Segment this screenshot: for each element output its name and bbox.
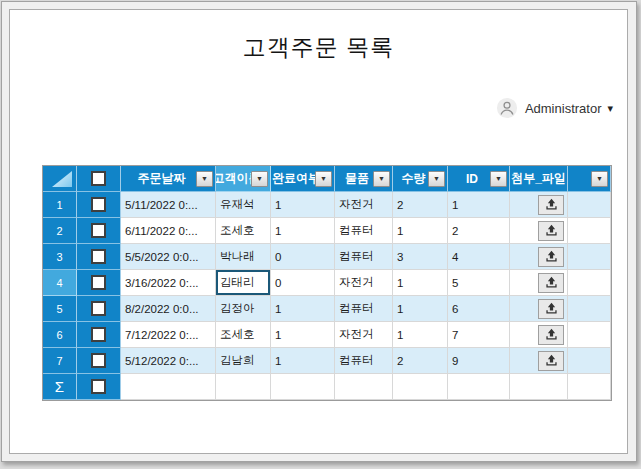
row-checkbox[interactable] <box>91 353 106 368</box>
cell-item[interactable]: 자전거 <box>335 192 393 218</box>
filter-button-extra[interactable]: ▼ <box>591 171 608 187</box>
cell-customer_name[interactable]: 박나래 <box>216 244 271 270</box>
upload-button[interactable] <box>538 325 564 345</box>
select-all-checkbox[interactable] <box>91 171 106 186</box>
cell-customer_name[interactable]: 조세호 <box>216 322 271 348</box>
cell-quantity[interactable]: 1 <box>393 322 448 348</box>
column-header-attachment[interactable]: 첨부_파일 <box>510 166 568 192</box>
cell-completed[interactable]: 0 <box>271 244 335 270</box>
upload-button[interactable] <box>538 247 564 267</box>
upload-button[interactable] <box>538 195 564 215</box>
cell-customer_name[interactable]: 조세호 <box>216 218 271 244</box>
filter-button-id[interactable]: ▼ <box>490 171 507 187</box>
summary-checkbox[interactable] <box>91 379 106 394</box>
row-header[interactable]: 3 <box>43 244 77 270</box>
row-header[interactable]: 2 <box>43 218 77 244</box>
select-all-corner[interactable] <box>43 166 77 192</box>
column-header-item[interactable]: 물품▼ <box>335 166 393 192</box>
cell-id[interactable]: 5 <box>448 270 510 296</box>
column-header-quantity[interactable]: 수량▼ <box>393 166 448 192</box>
summary-cell-item[interactable] <box>335 374 393 400</box>
summary-cell-customer_name[interactable] <box>216 374 271 400</box>
summary-row-header[interactable]: Σ <box>43 374 77 400</box>
row-header[interactable]: 4 <box>43 270 77 296</box>
summary-cell-order_date[interactable] <box>121 374 216 400</box>
cell-extra[interactable] <box>568 296 611 322</box>
cell-extra[interactable] <box>568 244 611 270</box>
cell-order_date[interactable]: 8/2/2022 0:0... <box>121 296 216 322</box>
cell-order_date[interactable]: 5/12/2022 0:... <box>121 348 216 374</box>
cell-quantity[interactable]: 1 <box>393 270 448 296</box>
upload-button[interactable] <box>538 351 564 371</box>
filter-button-quantity[interactable]: ▼ <box>428 171 445 187</box>
cell-completed[interactable]: 1 <box>271 348 335 374</box>
cell-id[interactable]: 1 <box>448 192 510 218</box>
cell-item[interactable]: 자전거 <box>335 322 393 348</box>
summary-cell-extra[interactable] <box>568 374 611 400</box>
summary-cell-id[interactable] <box>448 374 510 400</box>
row-header[interactable]: 6 <box>43 322 77 348</box>
cell-completed[interactable]: 1 <box>271 218 335 244</box>
cell-customer_name[interactable]: 유재석 <box>216 192 271 218</box>
cell-extra[interactable] <box>568 218 611 244</box>
row-header[interactable]: 5 <box>43 296 77 322</box>
cell-customer_name[interactable]: 김태리 <box>216 270 271 296</box>
cell-id[interactable]: 6 <box>448 296 510 322</box>
cell-completed[interactable]: 1 <box>271 192 335 218</box>
cell-quantity[interactable]: 2 <box>393 192 448 218</box>
cell-quantity[interactable]: 1 <box>393 218 448 244</box>
cell-order_date[interactable]: 6/11/2022 0:... <box>121 218 216 244</box>
cell-id[interactable]: 2 <box>448 218 510 244</box>
cell-completed[interactable]: 1 <box>271 296 335 322</box>
cell-item[interactable]: 컴퓨터 <box>335 348 393 374</box>
cell-id[interactable]: 4 <box>448 244 510 270</box>
cell-order_date[interactable]: 5/11/2022 0:... <box>121 192 216 218</box>
cell-quantity[interactable]: 3 <box>393 244 448 270</box>
upload-button[interactable] <box>538 221 564 241</box>
cell-id[interactable]: 9 <box>448 348 510 374</box>
row-checkbox[interactable] <box>91 301 106 316</box>
row-checkbox-cell <box>77 270 121 296</box>
cell-attachment <box>510 244 568 270</box>
row-checkbox[interactable] <box>91 249 106 264</box>
cell-id[interactable]: 7 <box>448 322 510 348</box>
column-header-completed[interactable]: 완료여부▼ <box>271 166 335 192</box>
row-checkbox[interactable] <box>91 327 106 342</box>
filter-button-completed[interactable]: ▼ <box>315 171 332 187</box>
filter-button-order_date[interactable]: ▼ <box>196 171 213 187</box>
cell-customer_name[interactable]: 김정아 <box>216 296 271 322</box>
cell-quantity[interactable]: 1 <box>393 296 448 322</box>
row-checkbox[interactable] <box>91 197 106 212</box>
summary-cell-quantity[interactable] <box>393 374 448 400</box>
cell-item[interactable]: 자전거 <box>335 270 393 296</box>
user-menu[interactable]: Administrator ▾ <box>496 96 613 120</box>
filter-button-customer_name[interactable]: ▼ <box>251 171 268 187</box>
cell-extra[interactable] <box>568 322 611 348</box>
column-header-customer_name[interactable]: 고객이름▼ <box>216 166 271 192</box>
cell-completed[interactable]: 0 <box>271 270 335 296</box>
summary-cell-completed[interactable] <box>271 374 335 400</box>
cell-completed[interactable]: 1 <box>271 322 335 348</box>
filter-button-item[interactable]: ▼ <box>373 171 390 187</box>
cell-order_date[interactable]: 7/12/2022 0:... <box>121 322 216 348</box>
cell-extra[interactable] <box>568 348 611 374</box>
cell-item[interactable]: 컴퓨터 <box>335 244 393 270</box>
cell-item[interactable]: 컴퓨터 <box>335 296 393 322</box>
cell-item[interactable]: 컴퓨터 <box>335 218 393 244</box>
upload-button[interactable] <box>538 299 564 319</box>
cell-quantity[interactable]: 2 <box>393 348 448 374</box>
column-header-extra[interactable]: ▼ <box>568 166 611 192</box>
cell-extra[interactable] <box>568 270 611 296</box>
upload-button[interactable] <box>538 273 564 293</box>
row-checkbox[interactable] <box>91 275 106 290</box>
column-header-id[interactable]: ID▼ <box>448 166 510 192</box>
cell-order_date[interactable]: 5/5/2022 0:0... <box>121 244 216 270</box>
summary-cell-attachment[interactable] <box>510 374 568 400</box>
cell-order_date[interactable]: 3/16/2022 0:... <box>121 270 216 296</box>
row-checkbox[interactable] <box>91 223 106 238</box>
cell-extra[interactable] <box>568 192 611 218</box>
cell-customer_name[interactable]: 김남희 <box>216 348 271 374</box>
column-header-order_date[interactable]: 주문날짜▼ <box>121 166 216 192</box>
row-header[interactable]: 7 <box>43 348 77 374</box>
row-header[interactable]: 1 <box>43 192 77 218</box>
